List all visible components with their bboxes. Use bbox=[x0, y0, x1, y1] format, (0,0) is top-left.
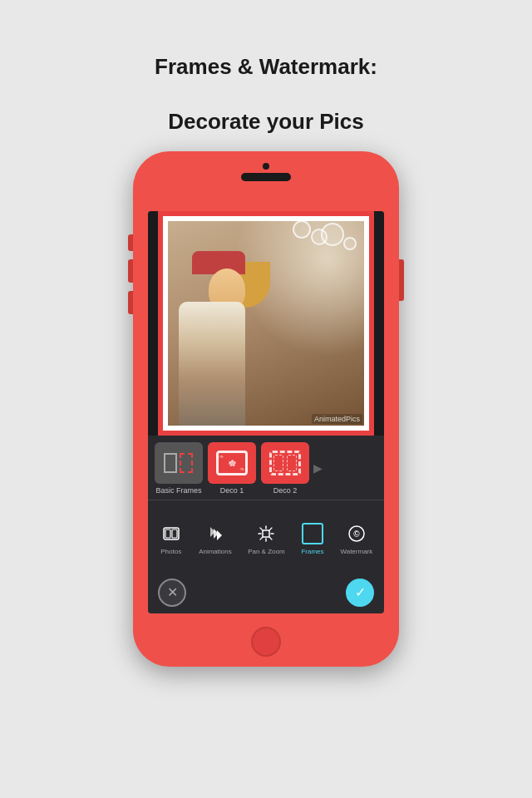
svg-rect-1 bbox=[165, 530, 170, 538]
phone-home-button[interactable] bbox=[251, 627, 281, 657]
volume-silent-btn bbox=[128, 234, 133, 251]
volume-up-btn bbox=[128, 259, 133, 283]
nav-label-pan-zoom: Pan & Zoom bbox=[248, 548, 284, 555]
frame-label-deco2: Deco 2 bbox=[273, 486, 298, 495]
photo-frame: ♥ bbox=[158, 211, 374, 436]
svg-rect-6 bbox=[263, 530, 269, 537]
volume-down-btn bbox=[128, 291, 133, 314]
frame-picker[interactable]: Basic Frames ✿ ❧ ❧ Deco 1 bbox=[148, 436, 384, 500]
frame-label-basic: Basic Frames bbox=[155, 486, 201, 495]
nav-label-photos: Photos bbox=[160, 548, 181, 555]
header-line1: Frames & Watermark: bbox=[155, 53, 377, 81]
phone-camera bbox=[263, 163, 269, 170]
frame-label-deco1: Deco 1 bbox=[220, 486, 244, 495]
nav-item-animations[interactable]: Animations bbox=[199, 522, 232, 555]
phone-screen: ♥ bbox=[148, 211, 384, 613]
nav-item-photos[interactable]: Photos bbox=[160, 522, 183, 555]
frame-option-deco1[interactable]: ✿ ❧ ❧ Deco 1 bbox=[208, 442, 256, 495]
bubble-4 bbox=[293, 220, 311, 239]
watermark-icon: © bbox=[345, 522, 368, 545]
photo-area: ♥ bbox=[148, 211, 384, 436]
svg-marker-5 bbox=[217, 530, 222, 540]
confirm-button[interactable]: ✓ bbox=[346, 579, 374, 607]
figure-body bbox=[179, 302, 245, 431]
frame-option-basic[interactable]: Basic Frames bbox=[155, 442, 203, 495]
bottom-nav: Photos Animations bbox=[148, 500, 384, 574]
phone-side-button-right bbox=[399, 259, 404, 301]
pan-zoom-icon bbox=[254, 522, 278, 545]
scroll-hint: ▶ bbox=[314, 447, 321, 489]
phone-side-buttons-left bbox=[128, 234, 133, 314]
basic-sq2 bbox=[180, 453, 193, 473]
frame-option-deco2[interactable]: Deco 2 bbox=[261, 442, 309, 495]
photos-icon bbox=[160, 522, 183, 545]
nav-item-frames[interactable]: Frames bbox=[301, 522, 324, 555]
bubble-2 bbox=[321, 223, 344, 246]
bottom-actions: ✕ ✓ bbox=[148, 574, 384, 613]
svg-rect-2 bbox=[172, 530, 177, 538]
screen-content: ♥ bbox=[148, 211, 384, 613]
cancel-icon: ✕ bbox=[167, 584, 178, 600]
phone-top-bar bbox=[241, 163, 291, 181]
header-line2: Decorate your Pics bbox=[155, 108, 377, 136]
cancel-button[interactable]: ✕ bbox=[158, 579, 186, 607]
basic-sq1 bbox=[164, 453, 177, 473]
phone-mockup: ♥ bbox=[133, 151, 399, 667]
woman-figure bbox=[195, 264, 295, 431]
nav-label-frames: Frames bbox=[301, 548, 323, 555]
app-header: Frames & Watermark: Decorate your Pics bbox=[121, 27, 411, 136]
frame-right-border bbox=[364, 221, 369, 426]
basic-frames-icon bbox=[164, 451, 194, 475]
power-btn bbox=[399, 259, 404, 301]
nav-item-watermark[interactable]: © Watermark bbox=[340, 522, 372, 555]
frame-left-border bbox=[163, 221, 168, 426]
nav-label-watermark: Watermark bbox=[340, 548, 372, 555]
frame-thumb-basic bbox=[155, 442, 203, 484]
deco1-icon: ✿ ❧ ❧ bbox=[216, 451, 248, 475]
bubble-3 bbox=[343, 237, 357, 250]
frames-icon-box bbox=[302, 523, 323, 544]
phone-body: ♥ bbox=[133, 151, 399, 667]
photo-scene: AnimatedPics bbox=[163, 216, 369, 431]
phone-speaker bbox=[241, 173, 291, 181]
nav-item-pan-zoom[interactable]: Pan & Zoom bbox=[248, 522, 284, 555]
frame-heart-icon: ♥ bbox=[263, 211, 269, 218]
confirm-icon: ✓ bbox=[355, 584, 366, 600]
animations-icon bbox=[204, 522, 227, 545]
frame-thumb-deco1: ✿ ❧ ❧ bbox=[208, 442, 256, 484]
deco2-icon bbox=[269, 451, 301, 475]
nav-label-animations: Animations bbox=[199, 548, 232, 555]
photo-watermark: AnimatedPics bbox=[312, 414, 362, 424]
frames-icon bbox=[301, 522, 324, 545]
svg-text:©: © bbox=[353, 530, 360, 539]
frame-thumb-deco2 bbox=[261, 442, 309, 484]
